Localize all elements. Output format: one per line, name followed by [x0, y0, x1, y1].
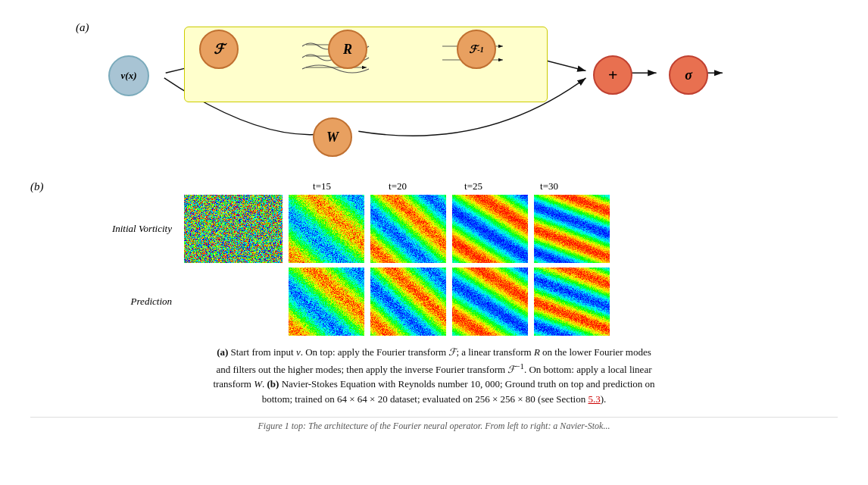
sigma-circle: σ	[669, 55, 708, 95]
bottom-caption: Figure 1 top: The architecture of the Fo…	[30, 417, 838, 432]
heatmap-t20-pred	[370, 268, 446, 336]
part-b-label: (b)	[30, 180, 44, 193]
part-b-section: (b) t=15 t=20 t=25 t=30 Initial Vorticit…	[30, 180, 838, 336]
prediction-label: Prediction	[72, 296, 178, 308]
finv-circle: ℱ-1	[457, 30, 496, 69]
heatmap-initial	[184, 195, 283, 263]
time-label-15: t=15	[284, 180, 360, 192]
heatmap-t25-truth	[452, 195, 528, 263]
plus-circle: +	[593, 55, 632, 95]
fourier-circle: ℱ	[199, 30, 239, 69]
caption-end: ).	[601, 393, 607, 405]
part-a-label: (a)	[76, 21, 89, 34]
heatmap-t15-truth	[289, 195, 364, 263]
heatmap-t30-pred	[534, 268, 610, 336]
part-a-diagram: (a)	[30, 15, 838, 167]
time-labels-row: t=15 t=20 t=25 t=30	[184, 180, 838, 192]
diagram-wrapper: v(x) ℱ R ℱ-1 W + σ	[108, 19, 790, 163]
heatmap-t25-pred	[452, 268, 528, 336]
prediction-row: Prediction	[72, 268, 838, 336]
w-circle: W	[313, 117, 352, 157]
time-label-30: t=30	[511, 180, 587, 192]
ground-truth-row: Initial Vorticity	[72, 195, 838, 263]
input-circle: v(x)	[108, 55, 149, 96]
caption-a-bold: (a)	[217, 346, 228, 358]
time-label-20: t=20	[360, 180, 436, 192]
heatmap-t30-truth	[534, 195, 610, 263]
heatmap-t20-truth	[370, 195, 446, 263]
r-circle: R	[328, 30, 367, 69]
figure-caption: (a) Start from input v. On top: apply th…	[30, 339, 838, 406]
heatmap-t15-pred	[289, 268, 364, 336]
time-label-25: t=25	[436, 180, 511, 192]
yellow-box	[184, 27, 548, 102]
section-ref[interactable]: 5.3	[588, 393, 600, 405]
initial-vorticity-label: Initial Vorticity	[72, 223, 178, 235]
caption-b-bold: (b)	[267, 378, 279, 390]
